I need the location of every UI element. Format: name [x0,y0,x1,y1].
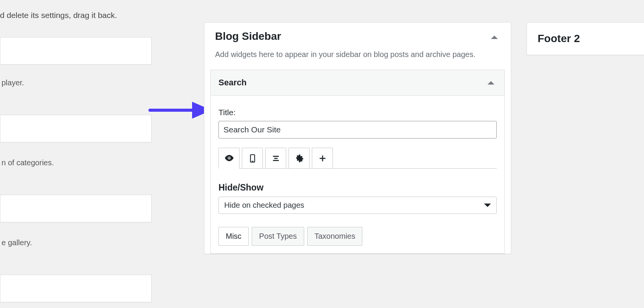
widget-stub[interactable] [0,37,152,65]
widget-header[interactable]: Search [211,70,504,96]
chevron-down-icon [484,204,491,207]
widget-name: Search [218,78,246,88]
panel-title: Blog Sidebar [215,30,281,42]
left-fragment-description: d delete its settings, drag it back. [0,0,172,20]
mobile-tab[interactable] [242,148,263,169]
title-label: Title: [218,108,497,117]
widget-body: Title: [211,96,504,253]
widget-caption: player. [0,78,172,87]
settings-tab[interactable] [289,148,310,169]
alignment-tab[interactable] [265,148,286,169]
eye-icon [224,153,234,163]
condition-tabs: Misc Post Types Taxonomies [218,227,497,246]
sidebar-panel-blog-sidebar: Blog Sidebar Add widgets here to appear … [204,22,511,254]
gear-icon [294,153,304,163]
select-value: Hide on checked pages [224,201,304,210]
widget-stub[interactable] [0,195,152,222]
chevron-up-icon[interactable] [491,36,498,39]
widget-stub[interactable] [0,115,152,142]
widget-caption: n of categories. [0,158,172,167]
tab-misc[interactable]: Misc [218,227,249,246]
widget-search: Search Title: [210,70,505,254]
available-widgets-column: d delete its settings, drag it back. pla… [0,0,172,302]
align-icon [271,153,281,163]
hide-show-heading: Hide/Show [218,183,497,193]
visibility-tab[interactable] [218,148,240,169]
title-input[interactable] [218,121,497,139]
widget-caption: e gallery. [0,238,172,247]
panel-header[interactable]: Blog Sidebar [204,23,511,44]
panel-title: Footer 2 [538,33,644,45]
hide-show-select[interactable]: Hide on checked pages [218,197,497,214]
svg-point-2 [228,157,230,159]
panel-description: Add widgets here to appear in your sideb… [204,44,511,70]
tab-taxonomies[interactable]: Taxonomies [307,227,363,246]
option-tabs-row [218,148,497,169]
add-tab[interactable] [312,148,333,169]
sidebar-panel-footer-2[interactable]: Footer 2 [527,22,644,55]
tab-post-types[interactable]: Post Types [252,227,304,246]
widget-stub[interactable] [0,275,152,302]
plus-icon [318,153,328,163]
chevron-up-icon[interactable] [487,81,494,85]
mobile-icon [248,153,258,163]
